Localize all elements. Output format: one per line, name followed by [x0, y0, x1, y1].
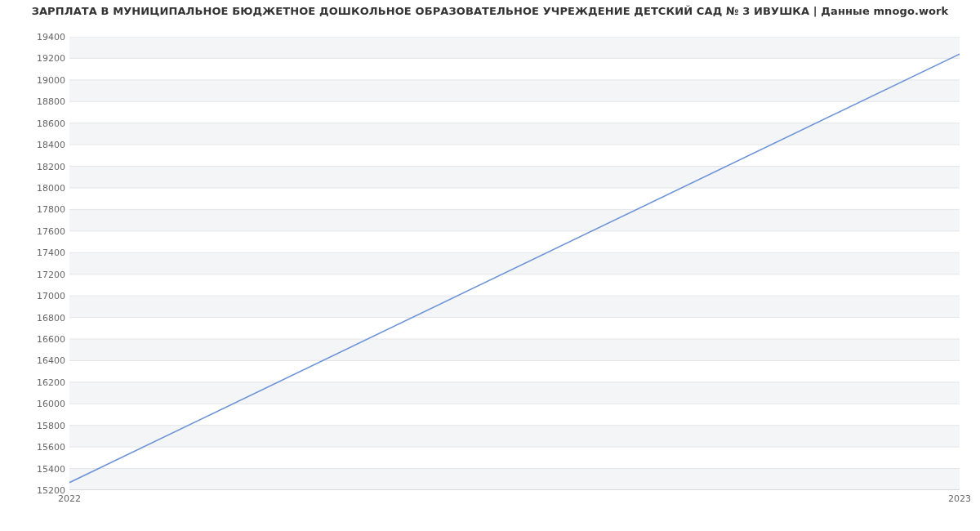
svg-rect-0	[69, 469, 960, 490]
x-tick-label: 2022	[58, 493, 81, 504]
svg-rect-9	[69, 80, 960, 101]
y-tick-label: 18800	[8, 97, 65, 106]
y-tick-label: 15800	[8, 421, 65, 430]
svg-rect-10	[69, 37, 960, 58]
y-tick-label: 17600	[8, 226, 65, 235]
svg-rect-8	[69, 123, 960, 145]
y-tick-label: 15600	[8, 443, 65, 452]
y-tick-label: 19000	[8, 75, 65, 84]
y-tick-label: 17000	[8, 292, 65, 301]
y-tick-label: 18200	[8, 162, 65, 171]
svg-rect-1	[69, 426, 960, 447]
grid-bands	[69, 37, 960, 490]
y-tick-label: 16200	[8, 377, 65, 386]
y-tick-label: 16000	[8, 399, 65, 408]
y-tick-label: 19400	[8, 33, 65, 42]
y-tick-label: 16400	[8, 356, 65, 365]
y-tick-label: 16800	[8, 313, 65, 322]
y-tick-label: 17800	[8, 205, 65, 214]
y-tick-label: 17400	[8, 248, 65, 257]
plot-area	[69, 37, 960, 490]
y-tick-label: 18000	[8, 184, 65, 193]
y-tick-label: 18400	[8, 141, 65, 149]
y-tick-label: 15400	[8, 464, 65, 473]
y-tick-label: 19200	[8, 54, 65, 63]
svg-rect-7	[69, 167, 960, 188]
svg-rect-3	[69, 339, 960, 360]
x-tick-label: 2023	[948, 493, 971, 504]
svg-rect-4	[69, 296, 960, 317]
chart-title: ЗАРПЛАТА В МУНИЦИПАЛЬНОЕ БЮДЖЕТНОЕ ДОШКО…	[0, 5, 980, 17]
y-tick-label: 16600	[8, 335, 65, 344]
svg-rect-2	[69, 382, 960, 404]
chart-svg	[69, 37, 960, 490]
y-tick-label: 18600	[8, 118, 65, 127]
svg-rect-5	[69, 252, 960, 274]
y-tick-label: 15200	[8, 486, 65, 495]
svg-rect-6	[69, 209, 960, 230]
chart-container: ЗАРПЛАТА В МУНИЦИПАЛЬНОЕ БЮДЖЕТНОЕ ДОШКО…	[0, 0, 980, 531]
y-tick-label: 17200	[8, 270, 65, 279]
